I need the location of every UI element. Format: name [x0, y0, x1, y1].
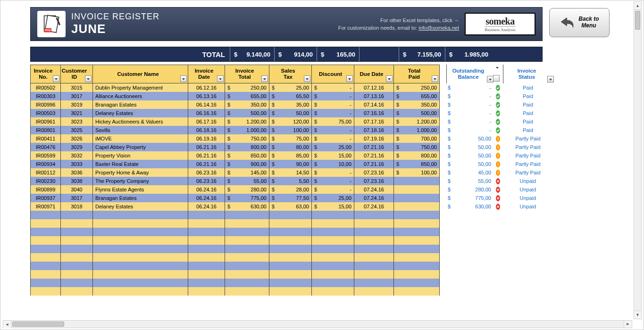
cell-outstanding[interactable]: $50,00	[445, 151, 493, 160]
cell-invoice-no[interactable]: IR00230	[30, 177, 60, 185]
cell-customer-name[interactable]: Property Vision	[92, 151, 188, 160]
cell-customer-name[interactable]: Branagan Estates	[92, 100, 188, 109]
cell-status[interactable]: Paid	[502, 100, 554, 109]
cell-status[interactable]: Partly Paid	[502, 160, 554, 168]
cell[interactable]: $65,50	[269, 92, 311, 100]
cell-customer-name[interactable]: Property Home & Away	[92, 168, 188, 177]
cell-due-date[interactable]: 07.18.16	[354, 126, 393, 134]
cell[interactable]: $85,00	[269, 151, 311, 160]
filter-button[interactable]	[261, 75, 268, 82]
cell-outstanding[interactable]: $-	[445, 126, 493, 134]
cell-customer-name[interactable]: Savills	[92, 126, 188, 134]
cell[interactable]: $120,00	[269, 117, 311, 126]
someka-logo[interactable]: someka Business Analysis	[465, 13, 535, 35]
cell-customer-name[interactable]: Baxter Real Estate	[92, 160, 188, 168]
cell-total-paid[interactable]: $850,00	[393, 160, 440, 168]
cell[interactable]: $350,00	[225, 100, 269, 109]
cell-invoice-no[interactable]: IR00937	[30, 194, 60, 202]
cell[interactable]: $-	[311, 100, 354, 109]
cell[interactable]: $280,00	[225, 185, 269, 194]
cell-invoice-date[interactable]: 06.24.16	[188, 185, 225, 194]
cell-total-paid[interactable]: $250,00	[393, 83, 440, 92]
cell[interactable]: $-	[311, 134, 354, 143]
cell[interactable]: $-	[311, 126, 354, 134]
cell-due-date[interactable]: 07.14.16	[354, 100, 393, 109]
cell-customer-id[interactable]: 3025	[60, 126, 92, 134]
cell[interactable]: $50,00	[269, 109, 311, 117]
filter-button[interactable]	[432, 75, 438, 82]
cell-invoice-date[interactable]: 06.16.16	[188, 109, 225, 117]
cell[interactable]: $15,00	[311, 202, 354, 211]
filter-button[interactable]	[85, 75, 92, 82]
vertical-scrollbar[interactable]: ▲ ▼	[634, 1, 642, 319]
cell-invoice-date[interactable]: 06.17.16	[188, 117, 225, 126]
cell-invoice-no[interactable]: IR00899	[30, 185, 60, 194]
cell-status[interactable]: Partly Paid	[502, 151, 554, 160]
cell-invoice-date[interactable]: 06.21.16	[188, 151, 225, 160]
cell-customer-id[interactable]: 3026	[60, 134, 92, 143]
cell-outstanding[interactable]: $45,00	[445, 168, 493, 177]
cell[interactable]: $80,00	[269, 143, 311, 151]
scroll-left-button[interactable]: ◄	[3, 321, 11, 328]
cell-status[interactable]: Paid	[502, 126, 554, 134]
cell-due-date[interactable]: 07.24.16	[354, 185, 393, 194]
scroll-down-button[interactable]: ▼	[634, 311, 641, 319]
cell-invoice-no[interactable]: IR00303	[30, 92, 60, 100]
cell[interactable]: $250,00	[225, 83, 269, 92]
cell-status[interactable]: Unpaid	[502, 202, 554, 211]
cell-invoice-date[interactable]: 06.23.16	[188, 177, 225, 185]
cell-customer-id[interactable]: 3029	[60, 143, 92, 151]
filter-button[interactable]	[53, 75, 59, 82]
cell-status[interactable]: Paid	[502, 109, 554, 117]
cell-customer-id[interactable]: 3015	[60, 83, 92, 92]
cell[interactable]: $-	[311, 83, 354, 92]
cell[interactable]: $850,00	[225, 151, 269, 160]
cell-customer-name[interactable]: Alliance Auctioneers	[92, 92, 188, 100]
cell-invoice-date[interactable]: 06.12.16	[188, 83, 225, 92]
cell-outstanding[interactable]: $280,00	[445, 185, 493, 194]
templates-link[interactable]: For other Excel templates, click →	[338, 16, 459, 25]
scroll-thumb[interactable]	[12, 322, 64, 327]
cell-customer-id[interactable]: 3038	[60, 177, 92, 185]
cell-invoice-no[interactable]: IR00996	[30, 100, 60, 109]
cell-customer-name[interactable]: The Property Company	[92, 177, 188, 185]
cell-customer-name[interactable]: Branagan Estates	[92, 194, 188, 202]
cell-due-date[interactable]: 07.21.16	[354, 151, 393, 160]
cell-due-date[interactable]: 07.24.16	[354, 202, 393, 211]
filter-button[interactable]	[217, 75, 224, 82]
email-link[interactable]: info@someka.net	[418, 25, 459, 31]
cell-customer-id[interactable]: 3040	[60, 185, 92, 194]
cell-invoice-no[interactable]: IR00971	[30, 202, 60, 211]
cell-total-paid[interactable]: $655,00	[393, 92, 440, 100]
cell[interactable]: $-	[311, 168, 354, 177]
cell-due-date[interactable]: 07.17.16	[354, 117, 393, 126]
horizontal-scrollbar[interactable]: ◄ ►	[3, 320, 632, 328]
cell-status[interactable]: Unpaid	[502, 177, 554, 185]
cell-total-paid[interactable]: $350,00	[393, 100, 440, 109]
scroll-thumb[interactable]	[635, 11, 640, 30]
cell-invoice-date[interactable]: 06.23.16	[188, 168, 225, 177]
cell-outstanding[interactable]: $-	[445, 100, 493, 109]
cell[interactable]: $25,00	[269, 83, 311, 92]
cell[interactable]: $750,00	[225, 134, 269, 143]
cell-status[interactable]: Paid	[502, 117, 554, 126]
cell-total-paid[interactable]: $100,00	[393, 168, 440, 177]
cell-invoice-date[interactable]: 06.24.16	[188, 202, 225, 211]
cell-due-date[interactable]: 07.16.16	[354, 109, 393, 117]
cell[interactable]: $-	[311, 177, 354, 185]
cell-status[interactable]: Partly Paid	[502, 134, 554, 143]
cell[interactable]: $655,00	[225, 92, 269, 100]
cell[interactable]: $1.000,00	[225, 126, 269, 134]
cell[interactable]: $75,00	[311, 117, 354, 126]
cell-total-paid[interactable]	[393, 177, 440, 185]
cell-customer-id[interactable]: 3023	[60, 117, 92, 126]
filter-button[interactable]	[304, 75, 310, 82]
cell[interactable]: $500,00	[225, 109, 269, 117]
cell[interactable]: $63,00	[269, 202, 311, 211]
cell[interactable]: $15,00	[311, 151, 354, 160]
filter-button[interactable]	[487, 76, 493, 82]
cell-due-date[interactable]: 07.23.16	[354, 168, 393, 177]
cell[interactable]: $800,00	[225, 143, 269, 151]
scroll-up-button[interactable]: ▲	[634, 2, 641, 10]
cell-invoice-no[interactable]: IR00502	[30, 83, 60, 92]
